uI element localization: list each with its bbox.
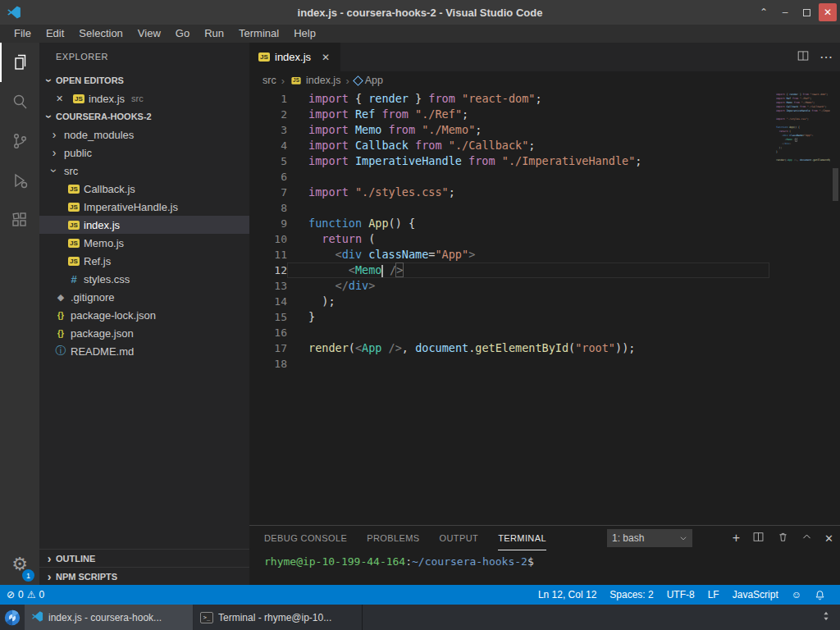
menu-selection[interactable]: Selection <box>71 25 130 43</box>
explorer-icon[interactable] <box>0 43 39 82</box>
settings-badge: 1 <box>22 569 34 582</box>
code-line-2[interactable]: 2import Ref from "./Ref"; <box>249 107 840 122</box>
tree-file-.gitignore[interactable]: .gitignore <box>39 288 249 306</box>
panel-tab-problems[interactable]: PROBLEMS <box>367 526 419 550</box>
open-editor-index-js[interactable]: ✕ index.js src <box>39 89 249 107</box>
code-line-16[interactable]: 16 <box>249 325 840 340</box>
kill-terminal-icon[interactable] <box>777 531 789 546</box>
code-line-6[interactable]: 6 <box>249 169 840 185</box>
menu-edit[interactable]: Edit <box>39 25 71 43</box>
close-panel-icon[interactable]: ✕ <box>824 532 833 545</box>
maximize-panel-icon[interactable] <box>801 531 812 546</box>
open-editors-header[interactable]: › OPEN EDITORS <box>39 71 249 89</box>
tab-close-icon[interactable]: ✕ <box>319 52 332 63</box>
line-number: 5 <box>249 153 287 169</box>
close-button[interactable]: ✕ <box>819 3 837 21</box>
source-control-icon[interactable] <box>0 121 39 161</box>
code-line-7[interactable]: 7import "./styles.css"; <box>249 185 840 200</box>
code-line-9[interactable]: 9function App() { <box>249 216 840 231</box>
tree-file-Callback.js[interactable]: Callback.js <box>39 180 249 198</box>
tree-file-package.json[interactable]: package.json <box>39 324 249 342</box>
tree-file-Memo.js[interactable]: Memo.js <box>39 234 249 252</box>
tree-file-README.md[interactable]: README.md <box>39 342 249 360</box>
manage-gear-icon[interactable]: ⚙ 1 <box>0 546 39 583</box>
menu-terminal[interactable]: Terminal <box>231 25 286 43</box>
code-line-14[interactable]: 14 ); <box>249 294 840 309</box>
minimap[interactable]: import { render } from "react-dom";impor… <box>776 93 830 167</box>
menu-bar: File Edit Selection View Go Run Terminal… <box>0 25 840 43</box>
indentation-status[interactable]: Spaces: 2 <box>603 589 660 600</box>
taskbar-window-title: Terminal - rhyme@ip-10... <box>218 612 331 623</box>
editor-scrollbar[interactable] <box>833 168 838 201</box>
md-file-icon <box>54 345 67 358</box>
menu-go[interactable]: Go <box>168 25 197 43</box>
breadcrumb-src[interactable]: src <box>262 75 276 86</box>
outline-section[interactable]: › OUTLINE <box>39 549 249 567</box>
app-launcher-icon[interactable] <box>0 605 25 630</box>
tree-item-label: node_modules <box>64 129 134 141</box>
breadcrumb-app-symbol[interactable]: App <box>354 75 383 86</box>
extensions-icon[interactable] <box>0 200 39 240</box>
code-line-5[interactable]: 5import ImperativeHandle from "./Imperat… <box>249 153 840 169</box>
minimize-button[interactable]: – <box>776 3 794 21</box>
run-debug-icon[interactable] <box>0 161 39 200</box>
tree-file-index.js[interactable]: index.js <box>39 216 249 234</box>
tree-file-package-lock.json[interactable]: package-lock.json <box>39 306 249 324</box>
code-line-13[interactable]: 13 </div> <box>249 278 840 294</box>
code-line-18[interactable]: 18 <box>249 356 840 372</box>
code-line-8[interactable]: 8 <box>249 200 840 216</box>
tree-file-Ref.js[interactable]: Ref.js <box>39 252 249 270</box>
code-line-10[interactable]: 10 return ( <box>249 231 840 247</box>
new-terminal-icon[interactable]: + <box>733 531 740 546</box>
window-titlebar[interactable]: index.js - coursera-hooks-2 - Visual Stu… <box>0 0 840 25</box>
code-line-17[interactable]: 17render(<App />, document.getElementByI… <box>249 340 840 356</box>
panel-tab-terminal[interactable]: TERMINAL <box>498 526 546 550</box>
npm-scripts-section[interactable]: › NPM SCRIPTS <box>39 567 249 585</box>
code-line-3[interactable]: 3import Memo from "./Memo"; <box>249 122 840 138</box>
updown-arrows-icon[interactable] <box>820 610 832 625</box>
terminal-output[interactable]: rhyme@ip-10-199-44-164:~/coursera-hooks-… <box>249 550 840 568</box>
cursor-position-status[interactable]: Ln 12, Col 12 <box>532 589 603 600</box>
taskbar-window-vscode[interactable]: index.js - coursera-hook... <box>25 605 194 630</box>
tree-folder-public[interactable]: ›public <box>39 144 249 162</box>
tree-folder-node_modules[interactable]: ›node_modules <box>39 126 249 144</box>
code-editor[interactable]: 1import { render } from "react-dom";2imp… <box>249 89 840 525</box>
search-icon[interactable] <box>0 82 39 121</box>
tree-folder-src[interactable]: ›src <box>39 162 249 180</box>
feedback-smiley-icon[interactable]: ☺ <box>785 589 808 600</box>
folder-root-header[interactable]: › COURSERA-HOOKS-2 <box>39 107 249 126</box>
code-line-15[interactable]: 15} <box>249 309 840 325</box>
sidebar-bottom-sections: › OUTLINE › NPM SCRIPTS <box>39 549 249 585</box>
code-line-12[interactable]: 12 <Memo /> <box>249 262 840 278</box>
line-number: 11 <box>249 247 287 262</box>
maximize-button[interactable] <box>797 3 815 21</box>
tree-file-styles.css[interactable]: styles.css <box>39 270 249 288</box>
panel-tab-debug-console[interactable]: DEBUG CONSOLE <box>264 526 347 550</box>
menu-run[interactable]: Run <box>197 25 231 43</box>
panel-tab-output[interactable]: OUTPUT <box>440 526 479 550</box>
split-editor-icon[interactable] <box>797 49 810 66</box>
encoding-status[interactable]: UTF-8 <box>660 589 701 600</box>
menu-help[interactable]: Help <box>286 25 323 43</box>
explorer-sidebar: EXPLORER › OPEN EDITORS ✕ index.js src ›… <box>39 43 249 585</box>
breadcrumb-index-js[interactable]: index.js <box>290 74 340 87</box>
js-file-icon <box>67 200 80 213</box>
eol-status[interactable]: LF <box>701 589 726 600</box>
taskbar-window-terminal[interactable]: >_ Terminal - rhyme@ip-10... <box>194 605 363 630</box>
menu-view[interactable]: View <box>130 25 168 43</box>
line-number: 16 <box>249 325 287 340</box>
code-line-1[interactable]: 1import { render } from "react-dom"; <box>249 91 840 107</box>
shade-button[interactable]: ⌃ <box>755 3 773 21</box>
split-terminal-icon[interactable] <box>752 531 765 546</box>
tab-index-js[interactable]: index.js ✕ <box>249 43 340 71</box>
code-line-4[interactable]: 4import Callback from "./Callback"; <box>249 138 840 153</box>
close-icon[interactable]: ✕ <box>56 94 69 104</box>
menu-file[interactable]: File <box>7 25 39 43</box>
problems-status[interactable]: ⊘ 0 ⚠ 0 <box>7 589 44 600</box>
language-status[interactable]: JavaScript <box>726 589 785 600</box>
notifications-bell-icon[interactable] <box>808 590 832 600</box>
code-line-11[interactable]: 11 <div className="App"> <box>249 247 840 262</box>
terminal-shell-select[interactable]: 1: bash <box>607 529 692 547</box>
more-actions-icon[interactable]: ⋯ <box>819 49 833 65</box>
tree-file-ImperativeHandle.js[interactable]: ImperativeHandle.js <box>39 198 249 216</box>
